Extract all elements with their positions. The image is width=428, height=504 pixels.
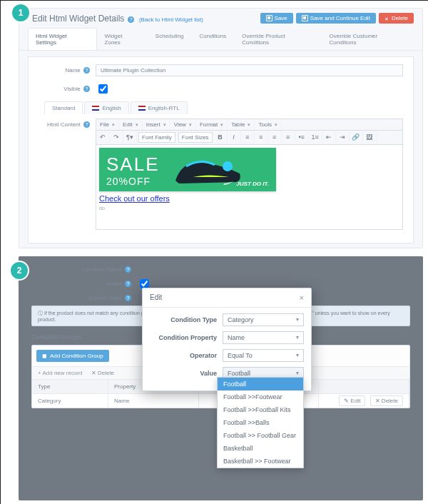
condition-name-label: Condition Name — [81, 266, 121, 273]
cell-property: Name — [108, 394, 199, 408]
help-icon[interactable]: ? — [83, 67, 90, 74]
tab-bar: Html Widget Settings Widget Zones Schedu… — [19, 28, 422, 51]
dropdown-option[interactable]: Football >>Balls — [218, 416, 303, 429]
menu-format[interactable]: Format — [196, 119, 228, 130]
close-icon[interactable]: × — [300, 293, 304, 302]
menu-tools[interactable]: Tools — [255, 119, 282, 130]
redo-icon[interactable]: ↷ — [110, 131, 123, 143]
back-link[interactable]: (Back to Html Widget list) — [139, 16, 203, 23]
nike-swoosh-icon — [223, 181, 233, 186]
condition-property-select[interactable]: Name — [223, 331, 304, 344]
lang-tab-english[interactable]: English — [84, 101, 128, 114]
dropdown-option[interactable]: Football — [218, 378, 303, 390]
tab-override-customer[interactable]: Override Customer Conditions — [322, 28, 414, 50]
row-delete-button[interactable]: ✕ Delete — [370, 395, 403, 406]
align-left-icon[interactable]: ≡ — [241, 131, 255, 143]
tab-settings[interactable]: Html Widget Settings — [28, 28, 97, 50]
help-icon[interactable]: ? — [83, 86, 90, 92]
indent-icon[interactable]: ⇥ — [336, 131, 350, 143]
cta-link[interactable]: Check out our offers — [99, 194, 170, 203]
help-icon[interactable]: ? — [125, 281, 131, 287]
dropdown-option[interactable]: Basketball — [218, 442, 303, 455]
lang-tab-english-rtl[interactable]: English-RTL — [131, 101, 188, 114]
tab-conditions[interactable]: Conditions — [191, 28, 234, 50]
menu-view[interactable]: View — [170, 119, 196, 130]
condition-type-select[interactable]: Category — [223, 313, 304, 326]
undo-icon[interactable]: ↶ — [96, 131, 110, 143]
dropdown-option[interactable]: Football >>Footwear — [218, 390, 303, 403]
menu-edit[interactable]: Edit — [119, 119, 143, 130]
sale-banner: SALE 20%OFF JUST DO IT. — [99, 148, 276, 191]
lang-label: Standard — [52, 105, 75, 111]
delete-button[interactable]: Delete — [379, 13, 414, 24]
tab-scheduling[interactable]: Scheduling — [148, 28, 192, 50]
visible-checkbox[interactable] — [98, 84, 108, 94]
edit-modal: Edit × Condition TypeCategory Condition … — [142, 288, 312, 391]
dropdown-option[interactable]: Football >> Football Gear — [218, 429, 303, 442]
tab-override-product[interactable]: Override Product Conditions — [234, 28, 321, 50]
slogan-text: JUST DO IT. — [236, 181, 269, 187]
menu-file[interactable]: File — [96, 119, 119, 130]
font-family-select[interactable]: Font Family — [138, 132, 175, 143]
flag-icon — [92, 106, 99, 111]
align-right-icon[interactable]: ≡ — [268, 131, 282, 143]
add-record-button[interactable]: + Add new record — [38, 370, 82, 376]
align-center-icon[interactable]: ≡ — [255, 131, 268, 143]
content-label: Html Content — [47, 121, 81, 128]
cell-actions: ✎ Edit ✕ Delete — [319, 394, 409, 408]
active-label: Active — [106, 281, 122, 287]
value-label: Value — [150, 370, 223, 377]
svg-point-0 — [223, 161, 233, 171]
outdent-icon[interactable]: ⇤ — [322, 131, 336, 143]
help-icon[interactable]: ? — [128, 16, 134, 23]
font-size-select[interactable]: Font Sizes — [178, 132, 213, 143]
lang-label: English — [102, 105, 121, 111]
help-icon[interactable]: ? — [125, 266, 131, 273]
default-state-label: Default State — [89, 295, 122, 301]
link-icon[interactable]: 🔗 — [350, 131, 363, 143]
condition-type-label: Condition Type — [150, 316, 223, 323]
header-type: Type — [32, 380, 108, 393]
editor-toolbar: ↶ ↷ ¶▾ Font Family Font Sizes B I ≡ ≡ ≡ … — [96, 131, 403, 145]
delete-label: Delete — [392, 15, 408, 21]
align-justify-icon[interactable]: ≡ — [282, 131, 295, 143]
step-badge-1: 1 — [12, 4, 29, 21]
save-icon — [266, 15, 272, 21]
number-list-icon[interactable]: 1≡ — [309, 131, 322, 143]
save-button[interactable]: Save — [260, 13, 293, 24]
image-icon[interactable]: 🖼 — [363, 131, 377, 143]
value-dropdown: Football Football >>Footwear Football >>… — [217, 377, 304, 468]
editor-content[interactable]: SALE 20%OFF JUST DO IT. Check out our of… — [96, 145, 403, 230]
name-input[interactable] — [96, 64, 403, 76]
add-group-label: Add Condition Group — [50, 353, 103, 359]
help-icon[interactable]: ? — [125, 295, 131, 301]
bullet-list-icon[interactable]: •≡ — [295, 131, 309, 143]
condition-property-label: Condition Property — [150, 334, 223, 341]
name-label: Name — [65, 67, 80, 74]
lang-label: English-RTL — [148, 105, 180, 111]
bold-icon[interactable]: B — [214, 131, 228, 143]
operator-label: Operator — [150, 352, 223, 359]
delete-record-button[interactable]: ✕ Delete — [91, 370, 114, 376]
operator-select[interactable]: Equal To — [223, 349, 304, 362]
help-icon[interactable]: ? — [83, 121, 90, 128]
dropdown-option[interactable]: Basketball >> Footwear — [218, 455, 303, 468]
tab-zones[interactable]: Widget Zones — [97, 28, 148, 50]
formats-icon[interactable]: ¶▾ — [123, 131, 137, 143]
flag-icon — [138, 106, 146, 111]
save-icon — [302, 15, 308, 21]
italic-icon[interactable]: I — [228, 131, 241, 143]
delete-icon — [384, 16, 389, 21]
menu-table[interactable]: Table — [228, 119, 255, 130]
plus-icon: ◼ — [42, 353, 47, 359]
row-edit-button[interactable]: ✎ Edit — [339, 395, 365, 406]
add-condition-group-button[interactable]: ◼Add Condition Group — [36, 350, 109, 362]
save-continue-button[interactable]: Save and Continue Edit — [296, 13, 376, 24]
visible-label: Visible — [63, 86, 80, 92]
header-actions — [319, 380, 409, 393]
menu-insert[interactable]: Insert — [143, 119, 170, 130]
page-title: Edit Html Widget Details — [32, 14, 124, 24]
lang-tab-standard[interactable]: Standard — [44, 101, 83, 114]
save-continue-label: Save and Continue Edit — [310, 15, 370, 21]
dropdown-option[interactable]: Football >>Football Kits — [218, 403, 303, 416]
